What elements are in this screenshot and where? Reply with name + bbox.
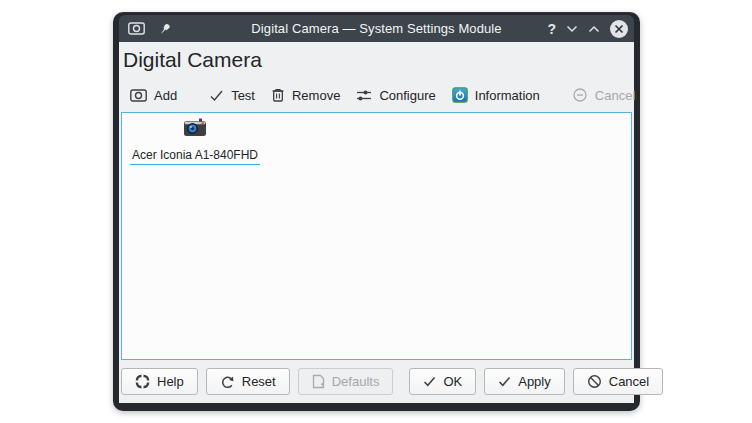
reset-button-label: Reset [242, 374, 276, 389]
information-icon [452, 87, 468, 103]
ok-button[interactable]: OK [409, 368, 476, 395]
document-revert-icon [312, 374, 325, 389]
camera-toolbar: Add Test [120, 82, 633, 108]
cancel-operation-button: Cancel [564, 82, 643, 108]
check-icon [498, 376, 511, 387]
camera-icon [181, 117, 209, 139]
titlebar-left-icons [128, 15, 172, 42]
desktop: { "window": { "title": "Digital Camera —… [0, 0, 752, 423]
maximize-icon[interactable] [588, 25, 600, 33]
camera-app-icon [128, 22, 145, 35]
minimize-icon[interactable] [566, 25, 578, 33]
ok-button-label: OK [443, 374, 462, 389]
camera-list[interactable]: Acer Iconia A1-840FHD [121, 112, 632, 360]
camera-item-label: Acer Iconia A1-840FHD [130, 147, 260, 165]
close-button[interactable] [610, 20, 628, 38]
apply-button[interactable]: Apply [484, 368, 565, 395]
undo-icon [220, 375, 235, 389]
test-button-label: Test [231, 88, 255, 103]
cancel-circle-icon [572, 87, 588, 103]
configure-button-label: Configure [379, 88, 435, 103]
defaults-button: Defaults [298, 368, 394, 395]
remove-button[interactable]: Remove [263, 83, 348, 108]
add-button[interactable]: Add [122, 83, 185, 108]
titlebar[interactable]: Digital Camera — System Settings Module … [119, 15, 634, 42]
remove-button-label: Remove [292, 88, 340, 103]
apply-button-label: Apply [518, 374, 551, 389]
titlebar-right-buttons: ? [547, 15, 628, 42]
add-button-label: Add [154, 88, 177, 103]
help-button-label: Help [157, 374, 184, 389]
information-button-label: Information [475, 88, 540, 103]
defaults-button-label: Defaults [332, 374, 380, 389]
help-button[interactable]: Help [121, 368, 198, 395]
pin-icon[interactable] [158, 22, 172, 36]
dialog-button-bar: Help Reset Defaults [120, 360, 633, 403]
check-icon [209, 89, 224, 102]
trash-icon [271, 88, 285, 102]
window-help-button[interactable]: ? [547, 22, 556, 36]
close-icon [614, 24, 624, 34]
configure-button[interactable]: Configure [348, 83, 443, 108]
add-camera-icon [130, 89, 147, 102]
test-button[interactable]: Test [201, 83, 263, 108]
cancel-operation-label: Cancel [595, 88, 635, 103]
information-button[interactable]: Information [444, 82, 548, 108]
cancel-button[interactable]: Cancel [573, 368, 663, 395]
list-item[interactable]: Acer Iconia A1-840FHD [124, 117, 266, 165]
module-content: Digital Camera Add Test [119, 42, 634, 403]
cancel-button-label: Cancel [609, 374, 649, 389]
digital-camera-window: Digital Camera — System Settings Module … [113, 12, 640, 411]
sliders-icon [356, 89, 372, 102]
page-title: Digital Camera [120, 43, 633, 74]
help-icon [135, 374, 150, 389]
reset-button[interactable]: Reset [206, 368, 290, 395]
no-entry-icon [587, 374, 602, 389]
check-icon [423, 376, 436, 387]
